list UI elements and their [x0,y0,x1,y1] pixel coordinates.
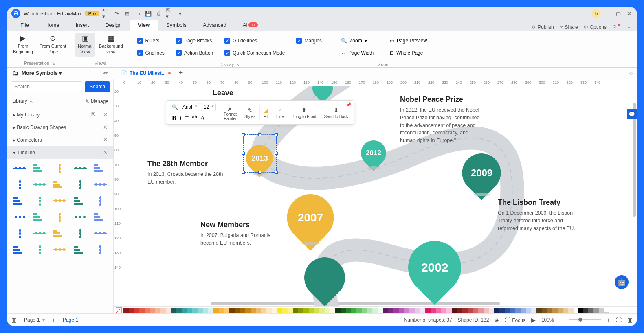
align-button[interactable]: ≡ [185,114,189,122]
selection-box[interactable] [243,134,277,173]
color-swatch[interactable] [593,308,599,313]
user-avatar[interactable]: b [592,9,601,18]
color-swatch[interactable] [240,308,245,313]
timeline-shape-thumb[interactable] [12,227,28,239]
close-icon[interactable]: ✕ [103,112,108,118]
color-swatch[interactable] [542,308,547,313]
new-button[interactable]: ⊞ [123,10,131,17]
page-width-button[interactable]: ↔ Page Width [337,47,378,59]
right-panel-toggle[interactable]: ◃▹ [629,70,633,76]
color-swatch[interactable] [129,308,134,313]
color-swatch[interactable] [452,308,457,313]
timeline-shape-thumb[interactable] [32,178,48,191]
color-swatch[interactable] [309,308,314,313]
color-swatch[interactable] [198,308,203,313]
margins-checkbox[interactable]: ✓Margins [295,35,323,46]
timeline-shape-thumb[interactable] [52,195,68,207]
color-swatch[interactable] [150,308,155,313]
collapse-sidebar-button[interactable]: ≪ [103,70,109,76]
color-swatch[interactable] [341,308,346,313]
color-swatch[interactable] [219,308,224,313]
italic-button[interactable]: I [180,114,182,122]
zoom-out-button[interactable]: − [560,317,563,323]
menu-advanced[interactable]: Advanced [195,20,235,31]
from-beginning-button[interactable]: ▶From Beginning [11,33,35,57]
timeline-shape-thumb[interactable] [32,195,48,207]
color-swatch[interactable] [145,308,150,313]
timeline-shape-thumb[interactable] [12,195,28,207]
color-swatch[interactable] [558,308,563,313]
undo-button[interactable]: ↶ ▾ [102,10,110,17]
import-icon[interactable]: ⇱ [91,112,95,118]
color-swatch[interactable] [367,308,372,313]
search-font-icon[interactable]: 🔍 [172,104,178,110]
color-swatch[interactable] [599,308,604,313]
color-swatch[interactable] [552,308,558,313]
color-swatch[interactable] [510,308,515,313]
help-button[interactable]: ？ [612,24,621,31]
color-swatch[interactable] [171,308,176,313]
timeline-shape-thumb[interactable] [52,162,68,174]
page-preview-button[interactable]: ▭ Page Preview [386,35,431,46]
save-button[interactable]: 💾 [145,10,152,17]
timeline-shape-thumb[interactable] [32,162,48,174]
color-swatch[interactable] [505,308,510,313]
color-swatch[interactable] [473,308,478,313]
textcase-button[interactable]: ab [192,114,197,122]
no-fill-swatch[interactable] [116,307,122,313]
color-swatch[interactable] [325,308,330,313]
timeline-shape-thumb[interactable] [12,243,28,256]
timeline-shape-thumb[interactable] [12,211,28,223]
menu-design[interactable]: Design [97,20,130,31]
presentation-launcher[interactable]: ↘ [52,61,55,66]
color-swatch[interactable] [489,308,494,313]
page-breaks-checkbox[interactable]: ✓Page Breaks [174,35,215,46]
timeline-shape-thumb[interactable] [92,162,108,174]
color-swatch[interactable] [372,308,378,313]
menu-home[interactable]: Home [37,20,68,31]
color-swatch[interactable] [282,308,288,313]
timeline-shape-thumb[interactable] [32,211,48,223]
add-icon[interactable]: + [98,112,101,118]
color-swatch[interactable] [568,308,574,313]
pin-2002[interactable]: 2002 [408,241,461,294]
present-button[interactable]: ▶ [531,317,536,323]
timeline-shape-thumb[interactable] [73,211,88,223]
color-swatch[interactable] [425,308,431,313]
pin-2009[interactable]: 2009 [462,153,501,192]
category-my-library[interactable]: ▸ My Library ⇱+✕ [7,108,113,121]
color-swatch[interactable] [446,308,452,313]
publish-button[interactable]: ✈ Publish [532,24,554,30]
color-swatch[interactable] [192,308,198,313]
color-swatch[interactable] [187,308,192,313]
color-swatch[interactable] [536,308,542,313]
assistant-button[interactable]: 🤖 [615,275,629,289]
color-swatch[interactable] [139,308,145,313]
focus-mode-button[interactable]: ⛶ Focus [505,317,525,323]
color-swatch[interactable] [224,308,229,313]
color-swatch[interactable] [314,308,319,313]
maximize-button[interactable]: ▢ [615,10,622,17]
timeline-shape-thumb[interactable] [73,243,88,256]
color-swatch[interactable] [266,308,272,313]
symbol-search-button[interactable]: Search [85,81,110,92]
pin-bottom-teal[interactable] [304,257,345,298]
bold-button[interactable]: B [172,114,176,122]
rulers-checkbox[interactable]: ✓Rulers [136,35,166,46]
color-swatch[interactable] [319,308,325,313]
timeline-shape-thumb[interactable] [12,162,28,174]
color-swatch[interactable] [182,308,187,313]
background-view-button[interactable]: ▦Background view [97,33,125,57]
color-swatch[interactable] [261,308,266,313]
collapse-ribbon-button[interactable]: ︿ [627,24,632,31]
from-current-page-button[interactable]: ⊙From Current Page [37,33,68,57]
color-swatch[interactable] [531,308,536,313]
menu-insert[interactable]: Insert [68,20,97,31]
font-color-button[interactable]: A [200,114,205,122]
color-swatch[interactable] [346,308,351,313]
color-swatch[interactable] [436,308,441,313]
color-swatch[interactable] [160,308,166,313]
color-swatch[interactable] [494,308,499,313]
timeline-shape-thumb[interactable] [52,178,68,191]
line-button[interactable]: ∕Line [273,105,287,120]
